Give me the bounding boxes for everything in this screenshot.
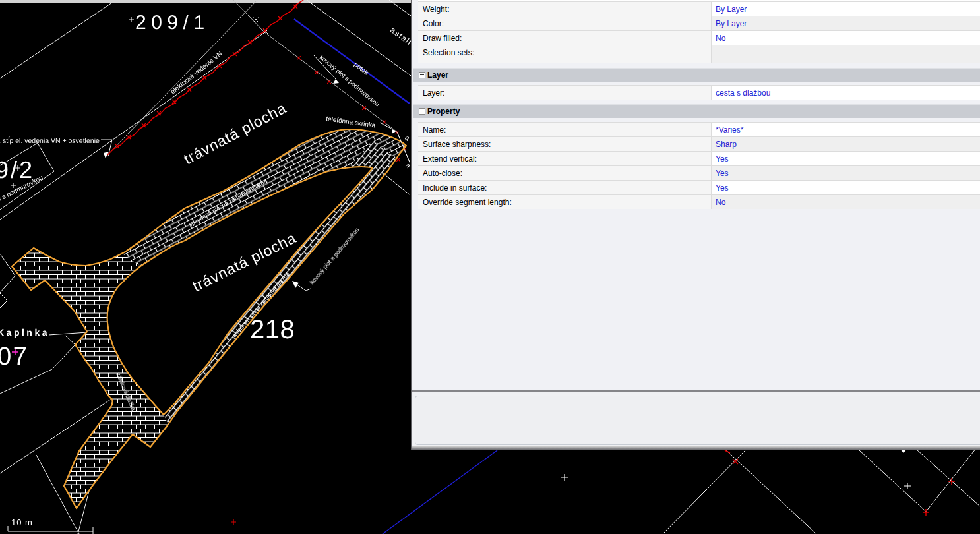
svg-text:07: 07 bbox=[0, 342, 28, 370]
svg-text:218: 218 bbox=[250, 314, 295, 343]
svg-text:209/1: 209/1 bbox=[135, 11, 210, 33]
svg-text:el. stĺp el. vedenia VN + osve: el. stĺp el. vedenia VN + osvetlenie bbox=[0, 136, 100, 144]
svg-text:Kaplnka: Kaplnka bbox=[0, 327, 49, 338]
svg-text:10 m: 10 m bbox=[11, 518, 33, 527]
